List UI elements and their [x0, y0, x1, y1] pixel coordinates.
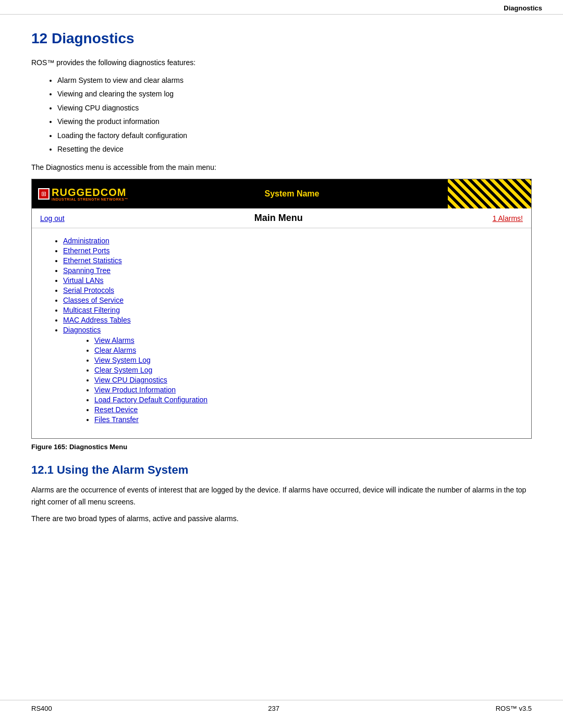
admin-link[interactable]: Administration	[63, 237, 109, 245]
reset-device-link[interactable]: Reset Device	[94, 405, 138, 414]
list-item: Administration	[63, 237, 516, 245]
diagnostics-link[interactable]: Diagnostics	[63, 326, 101, 334]
list-item: Ethernet Statistics	[63, 256, 516, 265]
system-name: System Name	[265, 189, 320, 199]
list-item: Alarm System to view and clear alarms	[57, 75, 532, 86]
files-transfer-link[interactable]: Files Transfer	[94, 415, 139, 424]
main-menu-label: Main Menu	[254, 213, 303, 224]
diagnostics-submenu: View Alarms Clear Alarms View System Log…	[94, 336, 516, 424]
brand-name: RUGGEDCOM	[52, 187, 126, 198]
section-12-1-para1: Alarms are the occurrence of events of i…	[31, 484, 532, 508]
list-item: Diagnostics View Alarms Clear Alarms Vie…	[63, 326, 516, 424]
hatch-decoration	[448, 179, 531, 208]
main-menu-list: Administration Ethernet Ports Ethernet S…	[63, 237, 516, 424]
eth-ports-link[interactable]: Ethernet Ports	[63, 246, 110, 255]
list-item: Resetting the device	[57, 143, 532, 155]
list-item: Ethernet Ports	[63, 246, 516, 255]
eth-stats-link[interactable]: Ethernet Statistics	[63, 256, 122, 265]
sub-list-item: View CPU Diagnostics	[94, 376, 516, 384]
alarms-link[interactable]: 1 Alarms!	[493, 214, 523, 223]
feature-list: Alarm System to view and clear alarms Vi…	[57, 75, 532, 155]
ruggedcom-bar: RUGGEDCOM INDUSTRIAL STRENGTH NETWORKS™ …	[32, 179, 531, 208]
section-12-1-title: 12.1 Using the Alarm System	[31, 463, 532, 477]
sub-list-item: View Product Information	[94, 386, 516, 394]
list-item: Viewing CPU diagnostics	[57, 102, 532, 114]
serial-protocols-link[interactable]: Serial Protocols	[63, 286, 114, 294]
nav-bar: Log out Main Menu 1 Alarms!	[32, 208, 531, 228]
list-item: Loading the factory default configuratio…	[57, 130, 532, 141]
chapter-title: 12 Diagnostics	[31, 30, 532, 47]
sub-list-item: Clear System Log	[94, 366, 516, 374]
logo-icon	[38, 188, 52, 200]
view-alarms-link[interactable]: View Alarms	[94, 336, 134, 344]
sub-list-item: Reset Device	[94, 405, 516, 414]
sub-list-item: Clear Alarms	[94, 346, 516, 354]
list-item: Multicast Filtering	[63, 306, 516, 314]
screenshot-frame: RUGGEDCOM INDUSTRIAL STRENGTH NETWORKS™ …	[31, 179, 532, 439]
sub-list-item: Load Factory Default Configuration	[94, 396, 516, 404]
list-item: Viewing and clearing the system log	[57, 88, 532, 100]
system-name-area: System Name	[136, 179, 448, 208]
multicast-filtering-link[interactable]: Multicast Filtering	[63, 306, 120, 314]
alarms-anchor[interactable]: 1 Alarms!	[493, 214, 523, 223]
list-item: MAC Address Tables	[63, 316, 516, 324]
list-item: Spanning Tree	[63, 266, 516, 275]
page-footer: RS400 237 ROS™ v3.5	[0, 700, 563, 712]
menu-intro-text: The Diagnostics menu is accessible from …	[31, 163, 532, 171]
logo-text-box: RUGGEDCOM INDUSTRIAL STRENGTH NETWORKS™	[52, 187, 128, 201]
view-cpu-diag-link[interactable]: View CPU Diagnostics	[94, 376, 167, 384]
section-12-1-para2: There are two broad types of alarms, act…	[31, 513, 532, 524]
top-header: Diagnostics	[0, 0, 563, 15]
view-system-log-link[interactable]: View System Log	[94, 356, 151, 364]
spanning-tree-link[interactable]: Spanning Tree	[63, 266, 111, 275]
mac-address-link[interactable]: MAC Address Tables	[63, 316, 131, 324]
logo-area: RUGGEDCOM INDUSTRIAL STRENGTH NETWORKS™	[32, 179, 136, 208]
brand-sub: INDUSTRIAL STRENGTH NETWORKS™	[52, 198, 128, 201]
sub-list-item: View System Log	[94, 356, 516, 364]
sub-list-item: View Alarms	[94, 336, 516, 344]
menu-content: Administration Ethernet Ports Ethernet S…	[32, 228, 531, 438]
intro-text: ROS™ provides the following diagnostics …	[31, 57, 532, 68]
main-content: 12 Diagnostics ROS™ provides the followi…	[0, 15, 563, 561]
clear-alarms-link[interactable]: Clear Alarms	[94, 346, 136, 354]
list-item: Virtual LANs	[63, 276, 516, 285]
footer-left: RS400	[31, 705, 52, 712]
footer-center: 237	[268, 705, 279, 712]
sub-list-item: Files Transfer	[94, 415, 516, 424]
view-product-info-link[interactable]: View Product Information	[94, 386, 176, 394]
virtual-lans-link[interactable]: Virtual LANs	[63, 276, 104, 285]
load-factory-default-link[interactable]: Load Factory Default Configuration	[94, 396, 207, 404]
logout-link[interactable]: Log out	[40, 214, 65, 223]
clear-system-log-link[interactable]: Clear System Log	[94, 366, 152, 374]
footer-right: ROS™ v3.5	[496, 705, 532, 712]
logout-anchor[interactable]: Log out	[40, 214, 65, 223]
list-item: Serial Protocols	[63, 286, 516, 294]
classes-of-service-link[interactable]: Classes of Service	[63, 296, 124, 304]
logo-square-icon	[38, 188, 50, 200]
figure-caption: Figure 165: Diagnostics Menu	[31, 443, 532, 451]
header-title: Diagnostics	[504, 4, 542, 12]
list-item: Viewing the product information	[57, 116, 532, 127]
list-item: Classes of Service	[63, 296, 516, 304]
